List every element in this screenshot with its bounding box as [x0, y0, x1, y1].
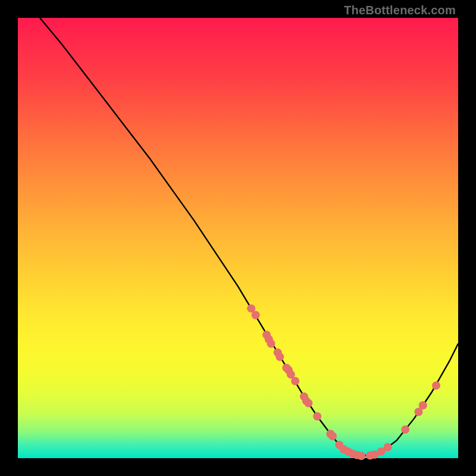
data-marker [252, 311, 260, 320]
chart-plot-area [18, 18, 458, 458]
data-marker [384, 443, 392, 452]
data-marker [291, 377, 299, 386]
data-marker [357, 452, 365, 460]
curve-markers [247, 304, 440, 460]
data-marker [401, 425, 409, 434]
data-marker [432, 381, 440, 390]
data-marker [313, 412, 321, 421]
bottleneck-curve [40, 18, 458, 456]
data-marker [275, 353, 284, 361]
data-marker [419, 401, 427, 409]
data-marker [304, 399, 312, 408]
watermark-text: TheBottleneck.com [344, 4, 456, 17]
data-marker [267, 340, 275, 348]
chart-svg [18, 18, 458, 458]
data-marker [328, 432, 337, 440]
